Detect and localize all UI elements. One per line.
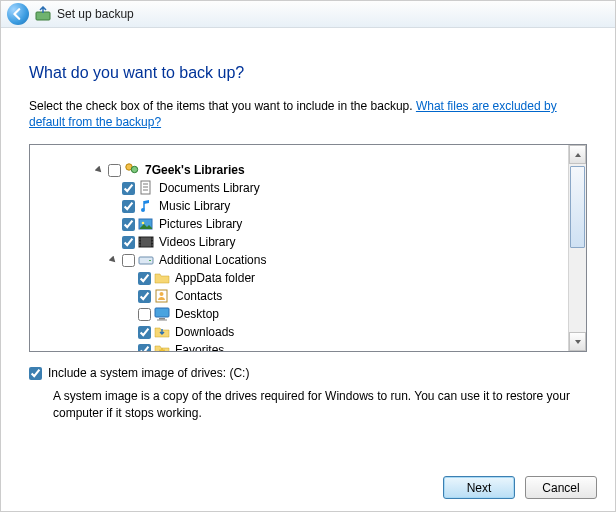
system-image-label: Include a system image of drives: (C:) <box>48 366 249 380</box>
tree-node-additional[interactable]: Additional Locations <box>94 251 568 269</box>
tree-node-appdata[interactable]: AppData folder <box>94 269 568 287</box>
cancel-button[interactable]: Cancel <box>525 476 597 499</box>
svg-rect-23 <box>155 308 169 317</box>
tree-label: AppData folder <box>173 271 255 285</box>
tree-node-videos[interactable]: Videos Library <box>94 233 568 251</box>
checkbox-favorites[interactable] <box>138 344 151 352</box>
tree-node-pictures[interactable]: Pictures Library <box>94 215 568 233</box>
tree-label: Downloads <box>173 325 234 339</box>
checkbox-libraries[interactable] <box>108 164 121 177</box>
checkbox-appdata[interactable] <box>138 272 151 285</box>
downloads-icon <box>154 324 170 340</box>
page-heading: What do you want to back up? <box>29 64 587 82</box>
arrow-left-icon <box>12 8 24 20</box>
tree-label: 7Geek's Libraries <box>143 163 245 177</box>
backup-app-icon <box>35 6 51 22</box>
svg-rect-0 <box>36 12 50 20</box>
checkbox-desktop[interactable] <box>138 308 151 321</box>
tree-node-contacts[interactable]: Contacts <box>94 287 568 305</box>
intro-text-row: Select the check box of the items that y… <box>29 98 587 130</box>
contacts-icon <box>154 288 170 304</box>
back-button[interactable] <box>7 3 29 25</box>
libraries-icon <box>124 162 140 178</box>
svg-point-7 <box>141 208 145 212</box>
document-icon <box>138 180 154 196</box>
tree-label: Contacts <box>173 289 222 303</box>
svg-rect-25 <box>157 320 167 321</box>
svg-point-17 <box>152 242 153 243</box>
checkbox-documents[interactable] <box>122 182 135 195</box>
pictures-icon <box>138 216 154 232</box>
scroll-down-button[interactable] <box>569 332 586 351</box>
tree-label: Favorites <box>173 343 224 351</box>
checkbox-additional[interactable] <box>122 254 135 267</box>
next-button[interactable]: Next <box>443 476 515 499</box>
checkbox-downloads[interactable] <box>138 326 151 339</box>
tree-node-libraries[interactable]: 7Geek's Libraries <box>94 161 568 179</box>
scroll-track[interactable] <box>569 164 586 332</box>
tree-label: Documents Library <box>157 181 260 195</box>
tree-node-desktop[interactable]: Desktop <box>94 305 568 323</box>
folder-icon <box>154 270 170 286</box>
svg-point-14 <box>139 242 140 243</box>
videos-icon <box>138 234 154 250</box>
music-icon <box>138 198 154 214</box>
tree-label: Desktop <box>173 307 219 321</box>
tree-label: Music Library <box>157 199 230 213</box>
checkbox-system-image[interactable] <box>29 367 42 380</box>
collapse-icon[interactable] <box>108 256 119 265</box>
svg-point-9 <box>142 222 145 225</box>
svg-point-13 <box>139 239 140 240</box>
window-title: Set up backup <box>57 7 134 21</box>
tree-node-favorites[interactable]: Favorites <box>94 341 568 351</box>
system-image-row: Include a system image of drives: (C:) <box>29 366 587 380</box>
checkbox-contacts[interactable] <box>138 290 151 303</box>
titlebar: Set up backup <box>1 1 615 28</box>
tree-node-music[interactable]: Music Library <box>94 197 568 215</box>
desktop-icon <box>154 306 170 322</box>
svg-point-16 <box>152 239 153 240</box>
backup-tree: 7Geek's Libraries Documents Library Musi… <box>29 144 587 352</box>
checkbox-music[interactable] <box>122 200 135 213</box>
favorites-icon <box>154 342 170 351</box>
checkbox-videos[interactable] <box>122 236 135 249</box>
tree-label: Pictures Library <box>157 217 242 231</box>
footer-buttons: Next Cancel <box>443 476 597 499</box>
intro-text: Select the check box of the items that y… <box>29 99 416 113</box>
tree-label: Videos Library <box>157 235 236 249</box>
svg-rect-20 <box>149 260 151 261</box>
svg-point-18 <box>152 245 153 246</box>
tree-node-documents[interactable]: Documents Library <box>94 179 568 197</box>
system-image-description: A system image is a copy of the drives r… <box>53 388 587 420</box>
checkbox-pictures[interactable] <box>122 218 135 231</box>
svg-point-22 <box>160 292 164 296</box>
svg-rect-24 <box>159 318 165 320</box>
drive-icon <box>138 252 154 268</box>
tree-label: Additional Locations <box>157 253 266 267</box>
page-body: What do you want to back up? Select the … <box>1 28 615 421</box>
svg-point-15 <box>139 245 140 246</box>
scroll-thumb[interactable] <box>570 166 585 248</box>
svg-rect-10 <box>139 237 153 247</box>
scrollbar[interactable] <box>568 145 586 351</box>
tree-node-downloads[interactable]: Downloads <box>94 323 568 341</box>
svg-point-2 <box>131 167 137 173</box>
scroll-up-button[interactable] <box>569 145 586 164</box>
collapse-icon[interactable] <box>94 166 105 175</box>
